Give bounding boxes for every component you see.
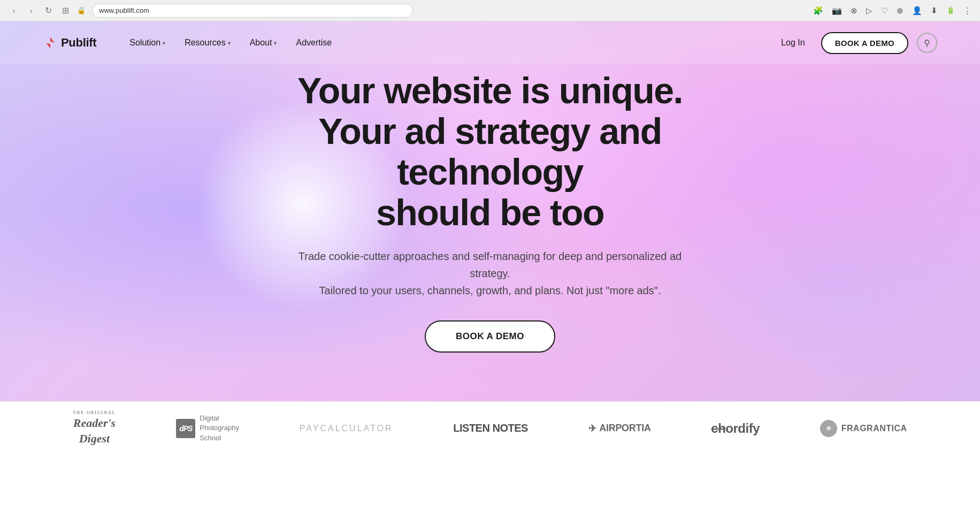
download-icon[interactable]: ⬇ [931,6,938,16]
logo-digital-photography-school: dPS Digital Photography School [176,414,239,443]
logo-airportia: ✈ AIRPORTIA [588,423,651,434]
main-nav: Publift Solution ▾ Resources ▾ About ▾ A… [0,21,980,64]
logo-paycalculator: PAYCALCULATOR [300,424,393,433]
user-icon[interactable]: 👤 [912,6,922,16]
nav-item-about[interactable]: About ▾ [242,34,285,52]
hero-cta-button[interactable]: BOOK A DEMO [425,320,555,353]
browser-chrome: ‹ › ↻ ⊞ 🔒 www.publift.com 🧩 📷 ⊗ ▷ ♡ ⊕ 👤 … [0,0,980,21]
hero-title: Your website is unique. Your ad strategy… [281,70,699,233]
airplane-icon: ✈ [588,423,596,434]
search-button[interactable]: ⚲ [917,33,937,53]
camera-icon[interactable]: 📷 [832,6,842,16]
login-link[interactable]: Log In [774,34,812,52]
fragrantica-circle-icon: ✿ [820,420,837,437]
search-icon: ⚲ [924,38,930,48]
nav-item-advertise[interactable]: Advertise [288,34,339,52]
chevron-down-icon: ▾ [274,40,277,46]
logo-text: Publift [61,36,96,50]
logos-bar: THE ORIGINAL Reader's Digest dPS Digital… [0,401,980,455]
browser-toolbar-right: 🧩 📷 ⊗ ▷ ♡ ⊕ 👤 ⬇ 🔋 ⋮ [813,6,971,16]
close-circle-icon[interactable]: ⊗ [851,6,858,16]
logo-readers-digest: THE ORIGINAL Reader's Digest [73,410,116,447]
hero-content: Your website is unique. Your ad strategy… [260,70,720,353]
nav-book-demo-button[interactable]: BOOK A DEMO [821,32,908,54]
website-container: Publift Solution ▾ Resources ▾ About ▾ A… [0,21,980,455]
nav-item-solution[interactable]: Solution ▾ [122,34,173,52]
extensions-icon[interactable]: 🧩 [813,6,823,16]
forward-button[interactable]: › [26,5,36,16]
url-bar[interactable]: www.publift.com [92,4,413,18]
hero-section: Your website is unique. Your ad strategy… [0,21,980,401]
nav-links: Solution ▾ Resources ▾ About ▾ Advertise [122,34,774,52]
chevron-down-icon: ▾ [228,40,231,46]
grid-button[interactable]: ⊞ [60,5,71,16]
logo-listen-notes: LISTEN NOTES [453,422,528,434]
chevron-down-icon: ▾ [163,40,165,46]
nav-item-resources[interactable]: Resources ▾ [177,34,238,52]
logo-chordify: chordify [711,421,760,436]
reload-button[interactable]: ↻ [43,5,53,16]
hero-subtitle: Trade cookie-cutter approaches and self-… [297,248,683,299]
battery-icon: 🔋 [946,6,955,14]
nav-actions: Log In BOOK A DEMO ⚲ [774,32,937,54]
lock-icon: 🔒 [77,6,86,14]
heart-icon[interactable]: ♡ [881,6,888,16]
logo-link[interactable]: Publift [43,35,96,50]
back-button[interactable]: ‹ [9,5,19,16]
logo-fragrantica: ✿ FRAGRANTICA [820,420,907,437]
puzzle-icon[interactable]: ⊕ [897,6,904,16]
send-icon[interactable]: ▷ [866,6,872,16]
logo-icon [43,35,58,50]
menu-icon[interactable]: ⋮ [963,6,971,16]
url-text: www.publift.com [99,6,149,14]
